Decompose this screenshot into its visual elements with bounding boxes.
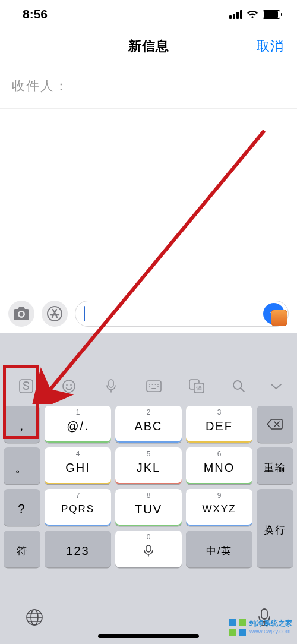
message-input[interactable] <box>75 301 289 327</box>
recipient-field[interactable]: 收件人： <box>0 64 297 109</box>
message-input-bar <box>0 295 297 333</box>
keyboard-switch-button[interactable] <box>132 380 175 393</box>
key-backspace[interactable] <box>257 406 293 443</box>
svg-rect-24 <box>261 609 267 619</box>
search-button[interactable] <box>217 379 260 393</box>
appstore-icon <box>47 306 62 321</box>
emoji-button[interactable] <box>48 378 90 394</box>
camera-button[interactable] <box>8 301 34 327</box>
search-icon <box>232 379 246 393</box>
svg-point-10 <box>154 384 156 385</box>
svg-rect-7 <box>147 381 161 392</box>
key-period[interactable]: 。 <box>4 447 40 484</box>
svg-point-13 <box>157 386 159 387</box>
svg-point-3 <box>63 380 75 392</box>
svg-point-4 <box>66 384 68 386</box>
watermark-url: www.cwjzy.com <box>249 627 292 636</box>
key-comma[interactable]: ， <box>4 406 40 443</box>
key-symbol[interactable]: 符 <box>4 531 40 567</box>
svg-text:译: 译 <box>196 385 202 392</box>
svg-point-11 <box>157 384 159 385</box>
voice-button[interactable] <box>90 378 132 394</box>
watermark-logo-icon <box>229 619 246 636</box>
svg-rect-20 <box>146 545 151 552</box>
keyboard-candidate-bar[interactable] <box>0 333 297 369</box>
mic-icon <box>105 378 118 394</box>
key-language[interactable]: 中/英 <box>186 531 252 567</box>
key-5[interactable]: 5JKL <box>115 447 182 484</box>
svg-rect-6 <box>109 380 113 387</box>
key-space[interactable]: 0 <box>115 531 182 567</box>
cancel-button[interactable]: 取消 <box>257 37 284 55</box>
key-1[interactable]: 1@/. <box>45 406 111 443</box>
status-right <box>229 10 280 19</box>
page-title: 新信息 <box>128 37 169 55</box>
key-2[interactable]: 2ABC <box>115 406 182 443</box>
key-question[interactable]: ？ <box>4 489 40 526</box>
keyboard-avatar-icon[interactable] <box>271 310 287 326</box>
key-3[interactable]: 3DEF <box>186 406 252 443</box>
battery-icon <box>263 10 280 19</box>
svg-rect-14 <box>151 388 156 389</box>
status-time: 8:56 <box>23 7 48 21</box>
key-4[interactable]: 4GHI <box>45 447 111 484</box>
translate-icon: 译 <box>188 378 205 394</box>
wifi-icon <box>247 10 258 19</box>
sogou-logo-button[interactable] <box>5 378 48 394</box>
keyboard-icon <box>146 380 162 393</box>
home-indicator[interactable] <box>98 634 199 638</box>
svg-point-9 <box>151 384 153 385</box>
keyboard: 译 ， 1@/. 2ABC 3DEF 。 4GHI 5JKL 6MNO 重输 <box>0 333 297 644</box>
recipient-label: 收件人： <box>12 78 69 93</box>
sogou-s-icon <box>18 378 34 394</box>
watermark: 纯净系统之家 www.cwjzy.com <box>229 619 292 636</box>
emoji-icon <box>61 378 77 394</box>
appstore-button[interactable] <box>42 301 68 327</box>
svg-point-8 <box>149 384 150 385</box>
nav-bar: 新信息 取消 <box>0 29 297 64</box>
key-7[interactable]: 7PQRS <box>45 489 111 526</box>
globe-button[interactable] <box>25 608 44 629</box>
key-6[interactable]: 6MNO <box>186 447 252 484</box>
keyboard-toolbar: 译 <box>0 369 297 403</box>
key-retype[interactable]: 重输 <box>257 447 293 484</box>
key-8[interactable]: 8TUV <box>115 489 182 526</box>
key-enter[interactable]: 换行 <box>257 489 293 567</box>
key-123[interactable]: 123 <box>45 531 111 567</box>
mic-small-icon <box>142 545 155 557</box>
translate-button[interactable]: 译 <box>175 378 218 394</box>
svg-point-5 <box>70 384 72 386</box>
status-bar: 8:56 <box>0 0 297 29</box>
chevron-down-icon <box>270 382 283 390</box>
watermark-title: 纯净系统之家 <box>249 619 292 627</box>
key-9[interactable]: 9WXYZ <box>186 489 252 526</box>
globe-icon <box>25 608 44 627</box>
cellular-signal-icon <box>229 10 242 19</box>
text-caret <box>84 306 85 321</box>
collapse-keyboard-button[interactable] <box>260 382 292 390</box>
svg-point-12 <box>149 386 150 387</box>
keypad: ， 1@/. 2ABC 3DEF 。 4GHI 5JKL 6MNO 重输 ？ 7… <box>0 403 297 567</box>
backspace-icon <box>266 418 284 431</box>
svg-line-19 <box>241 389 245 392</box>
camera-icon <box>14 307 29 320</box>
